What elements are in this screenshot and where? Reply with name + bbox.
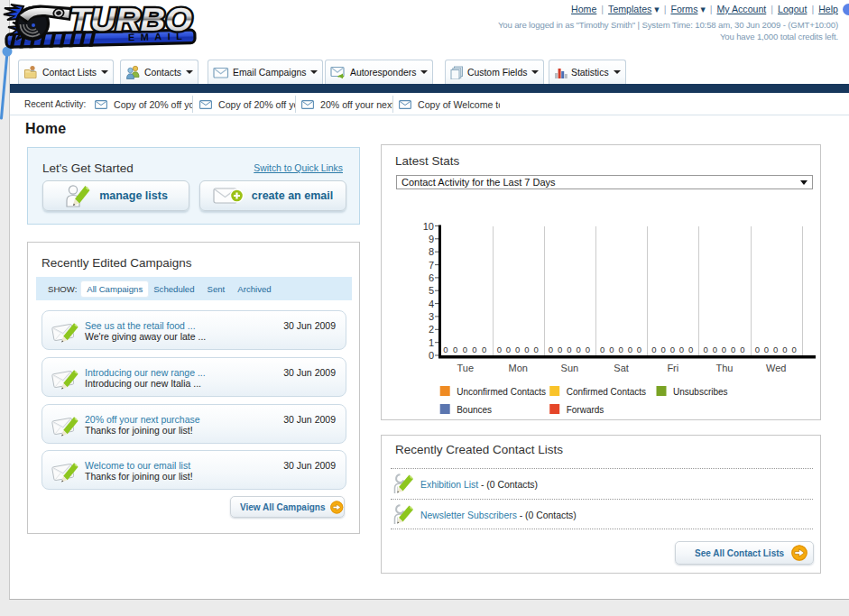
svg-text:0: 0 [651,345,656,354]
svg-text:Unconfirmed Contacts: Unconfirmed Contacts [457,387,546,397]
svg-text:0: 0 [600,345,604,354]
svg-text:0: 0 [731,345,735,354]
svg-text:0: 0 [670,345,675,354]
svg-text:Mon: Mon [508,363,527,373]
svg-text:0: 0 [586,345,590,354]
svg-text:0: 0 [576,345,580,354]
svg-text:0: 0 [773,345,778,354]
svg-text:5: 5 [429,285,434,296]
svg-text:0: 0 [524,345,529,354]
svg-text:EMAIL: EMAIL [128,31,188,42]
svg-text:0: 0 [703,345,707,354]
svg-text:Bounces: Bounces [457,405,492,415]
svg-text:0: 0 [533,345,538,354]
svg-text:0: 0 [515,345,520,354]
svg-text:TURBO: TURBO [69,1,192,38]
svg-text:Thu: Thu [716,363,734,373]
svg-text:0: 0 [609,345,614,354]
svg-text:0: 0 [637,345,641,354]
svg-text:0: 0 [688,345,693,354]
svg-text:0: 0 [764,345,769,354]
svg-text:7: 7 [429,260,434,271]
svg-text:Tue: Tue [457,363,475,373]
svg-text:0: 0 [791,345,796,354]
svg-text:0: 0 [567,345,571,354]
svg-text:0: 0 [618,345,623,354]
svg-text:0: 0 [713,345,717,354]
svg-text:0: 0 [782,345,787,354]
svg-text:0: 0 [549,345,553,354]
svg-text:9: 9 [429,234,434,244]
svg-text:Forwards: Forwards [567,405,604,415]
svg-text:0: 0 [558,345,562,354]
svg-text:Wed: Wed [766,363,786,373]
svg-text:10: 10 [423,221,434,232]
svg-text:2: 2 [429,324,434,335]
svg-text:0: 0 [679,345,684,354]
svg-text:0: 0 [482,345,486,354]
svg-text:0: 0 [740,345,744,354]
svg-text:Fri: Fri [667,363,678,373]
svg-text:Unsubscribes: Unsubscribes [673,387,728,397]
svg-text:Sat: Sat [614,363,629,373]
svg-text:1: 1 [429,337,434,348]
svg-text:0: 0 [453,345,457,354]
svg-text:0: 0 [506,345,511,354]
svg-text:0: 0 [628,345,632,354]
svg-text:0: 0 [443,345,448,354]
svg-text:6: 6 [429,272,434,283]
svg-text:4: 4 [429,299,434,309]
svg-text:0: 0 [463,345,467,354]
svg-text:0: 0 [722,345,726,354]
svg-text:0: 0 [755,345,760,354]
svg-text:0: 0 [429,350,434,361]
svg-text:0: 0 [497,345,502,354]
svg-text:0: 0 [660,345,665,354]
svg-text:8: 8 [429,246,434,257]
svg-text:Confirmed Contacts: Confirmed Contacts [567,387,646,397]
svg-text:Sun: Sun [561,363,579,373]
svg-text:0: 0 [472,345,476,354]
svg-text:3: 3 [429,311,434,322]
